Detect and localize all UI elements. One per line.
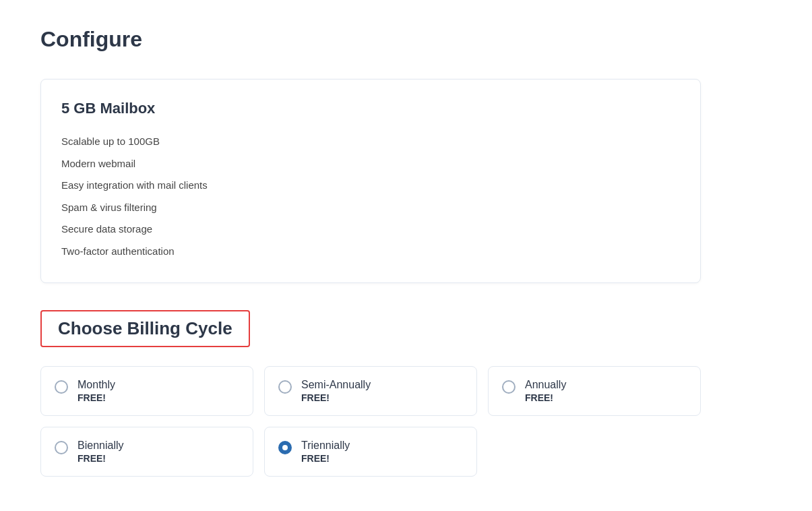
billing-option-annually-info: Annually FREE!	[525, 379, 566, 403]
billing-option-biennially-label: Biennially	[77, 440, 123, 452]
billing-option-triennially-price: FREE!	[301, 453, 350, 464]
feature-item: Easy integration with mail clients	[61, 175, 680, 197]
billing-option-monthly-price: FREE!	[77, 392, 115, 403]
radio-triennially[interactable]	[278, 441, 292, 454]
billing-option-annually-price: FREE!	[525, 392, 566, 403]
billing-section-title-wrapper: Choose Billing Cycle	[40, 310, 250, 347]
billing-option-annually-label: Annually	[525, 379, 566, 391]
billing-option-biennially[interactable]: Biennially FREE!	[40, 427, 253, 477]
feature-list: Scalable up to 100GB Modern webmail Easy…	[61, 131, 680, 262]
billing-section: Choose Billing Cycle Monthly FREE! Semi-…	[40, 310, 701, 477]
billing-option-semi-annually-info: Semi-Annually FREE!	[301, 379, 371, 403]
billing-option-biennially-info: Biennially FREE!	[77, 440, 123, 464]
billing-option-empty	[488, 427, 701, 477]
billing-option-semi-annually-price: FREE!	[301, 392, 371, 403]
billing-option-triennially[interactable]: Triennially FREE!	[264, 427, 477, 477]
billing-option-triennially-label: Triennially	[301, 440, 350, 452]
billing-option-monthly-info: Monthly FREE!	[77, 379, 115, 403]
billing-option-semi-annually[interactable]: Semi-Annually FREE!	[264, 366, 477, 416]
feature-item: Modern webmail	[61, 153, 680, 175]
billing-options-grid: Monthly FREE! Semi-Annually FREE! Annual…	[40, 366, 701, 477]
radio-monthly-inner	[59, 384, 64, 390]
billing-option-triennially-info: Triennially FREE!	[301, 440, 350, 464]
billing-option-semi-annually-label: Semi-Annually	[301, 379, 371, 391]
radio-annually[interactable]	[502, 380, 516, 394]
billing-option-monthly-label: Monthly	[77, 379, 115, 391]
radio-semi-annually-inner	[282, 384, 288, 390]
radio-triennially-inner	[282, 445, 288, 450]
page-title: Configure	[40, 27, 772, 52]
billing-section-title: Choose Billing Cycle	[58, 318, 232, 338]
billing-option-biennially-price: FREE!	[77, 453, 123, 464]
feature-item: Two-factor authentication	[61, 241, 680, 263]
radio-biennially-inner	[59, 445, 64, 450]
product-card: 5 GB Mailbox Scalable up to 100GB Modern…	[40, 79, 701, 283]
feature-item: Secure data storage	[61, 218, 680, 241]
feature-item: Scalable up to 100GB	[61, 131, 680, 153]
radio-biennially[interactable]	[55, 441, 68, 454]
radio-semi-annually[interactable]	[278, 380, 292, 394]
radio-annually-inner	[506, 384, 511, 390]
product-title: 5 GB Mailbox	[61, 100, 680, 117]
radio-monthly[interactable]	[55, 380, 68, 394]
feature-item: Spam & virus filtering	[61, 197, 680, 219]
billing-option-annually[interactable]: Annually FREE!	[488, 366, 701, 416]
billing-option-monthly[interactable]: Monthly FREE!	[40, 366, 253, 416]
